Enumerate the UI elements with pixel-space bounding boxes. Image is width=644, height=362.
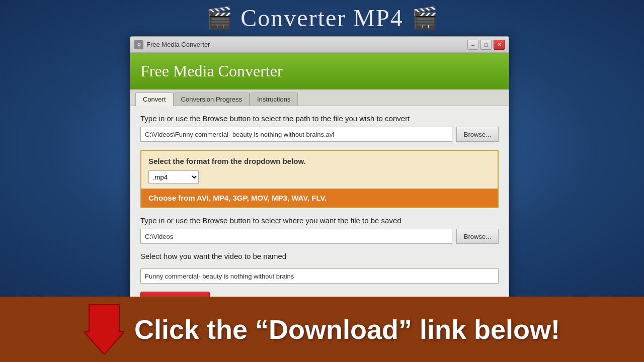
window-titlebar: ⚙ Free Media Converter – □ ✕ bbox=[130, 37, 509, 53]
download-arrow-icon bbox=[84, 304, 124, 354]
format-dropdown[interactable]: .mp4 .avi .3gp .mov .mp3 .wav .flv bbox=[148, 170, 199, 184]
tab-convert[interactable]: Convert bbox=[135, 93, 174, 106]
save-path-label: Type in or use the Browse button to sele… bbox=[140, 216, 499, 225]
app-header: Free Media Converter bbox=[130, 53, 509, 89]
tab-instructions[interactable]: Instructions bbox=[250, 93, 298, 106]
minimize-button[interactable]: – bbox=[467, 40, 478, 50]
app-title: Free Media Converter bbox=[140, 62, 283, 80]
tab-bar: Convert Conversion Progress Instructions bbox=[130, 89, 509, 106]
window-icon: ⚙ bbox=[134, 40, 143, 49]
file-path-label: Type in or use the Browse button to sele… bbox=[140, 114, 499, 123]
save-path-input[interactable] bbox=[140, 229, 452, 244]
video-name-input[interactable] bbox=[140, 268, 499, 284]
bottom-banner: Click the “Download” link below! bbox=[0, 297, 644, 362]
video-name-label: Select how you want the video to be name… bbox=[140, 252, 499, 260]
svg-marker-0 bbox=[84, 304, 124, 354]
file-path-row: Browse... bbox=[140, 127, 499, 142]
browse-save-button[interactable]: Browse... bbox=[456, 229, 499, 244]
window-title: Free Media Converter bbox=[146, 41, 467, 48]
main-content: Type in or use the Browse button to sele… bbox=[130, 106, 509, 322]
film-icon-right: 🎬 bbox=[412, 6, 438, 30]
tab-conversion-progress[interactable]: Conversion Progress bbox=[174, 93, 250, 106]
restore-button[interactable]: □ bbox=[480, 40, 492, 50]
file-path-input[interactable] bbox=[140, 127, 452, 142]
format-selection-box: Select the format from the dropdown belo… bbox=[140, 150, 499, 208]
film-icon-left: 🎬 bbox=[206, 6, 232, 30]
close-button[interactable]: ✕ bbox=[494, 40, 505, 50]
top-title-bar: 🎬 Converter MP4 🎬 bbox=[0, 0, 644, 35]
format-label: Select the format from the dropdown belo… bbox=[148, 157, 491, 165]
window-controls: – □ ✕ bbox=[467, 40, 505, 50]
main-window: ⚙ Free Media Converter – □ ✕ Free Media … bbox=[130, 36, 509, 323]
save-path-row: Browse... bbox=[140, 229, 499, 244]
browse-file-button[interactable]: Browse... bbox=[456, 127, 499, 142]
format-options-bar: Choose from AVI, MP4, 3GP, MOV, MP3, WAV… bbox=[141, 189, 498, 207]
banner-text: Click the “Download” link below! bbox=[134, 314, 560, 345]
app-title-header: Converter MP4 bbox=[240, 4, 403, 32]
